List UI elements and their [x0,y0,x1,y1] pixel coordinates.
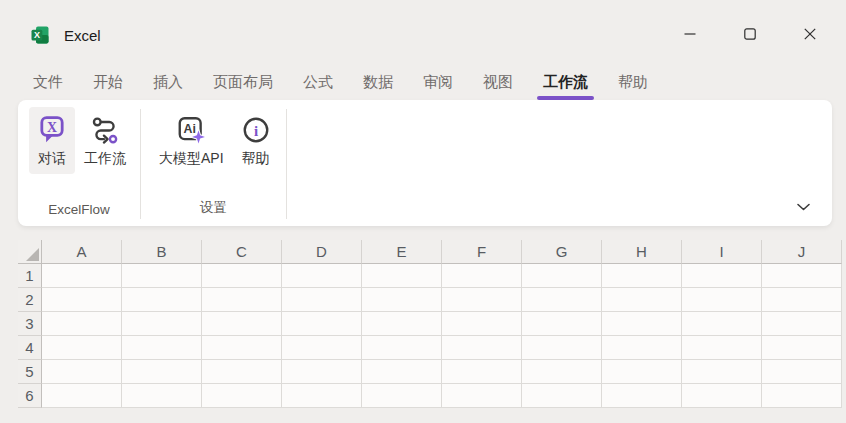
cell-B2[interactable] [122,288,202,312]
cell-C3[interactable] [202,312,282,336]
tab-9[interactable]: 帮助 [603,66,663,100]
cell-H4[interactable] [602,336,682,360]
cell-G4[interactable] [522,336,602,360]
column-header-F[interactable]: F [442,240,522,264]
cell-H1[interactable] [602,264,682,288]
cell-E1[interactable] [362,264,442,288]
cell-A2[interactable] [42,288,122,312]
cell-J5[interactable] [762,360,842,384]
cell-D3[interactable] [282,312,362,336]
cell-B4[interactable] [122,336,202,360]
cell-I2[interactable] [682,288,762,312]
svg-text:X: X [34,30,40,40]
cell-B3[interactable] [122,312,202,336]
cell-A3[interactable] [42,312,122,336]
cell-A1[interactable] [42,264,122,288]
maximize-icon [744,28,756,40]
cell-F5[interactable] [442,360,522,384]
cell-H3[interactable] [602,312,682,336]
cell-C5[interactable] [202,360,282,384]
minimize-button[interactable] [667,18,713,50]
cell-D6[interactable] [282,384,362,408]
column-header-D[interactable]: D [282,240,362,264]
cell-J6[interactable] [762,384,842,408]
column-header-C[interactable]: C [202,240,282,264]
cell-B6[interactable] [122,384,202,408]
tab-3[interactable]: 页面布局 [198,66,288,100]
column-header-E[interactable]: E [362,240,442,264]
ribbon-button-0-1[interactable]: 工作流 [77,107,133,174]
tab-6[interactable]: 审阅 [408,66,468,100]
column-header-G[interactable]: G [522,240,602,264]
select-all-triangle-icon [26,248,39,261]
cell-H5[interactable] [602,360,682,384]
cell-F3[interactable] [442,312,522,336]
column-header-H[interactable]: H [602,240,682,264]
cell-E3[interactable] [362,312,442,336]
cell-D4[interactable] [282,336,362,360]
ribbon-button-1-1[interactable]: i 帮助 [233,107,279,174]
cell-C4[interactable] [202,336,282,360]
cell-G1[interactable] [522,264,602,288]
ribbon-button-0-0[interactable]: X 对话 [29,107,75,174]
cell-I6[interactable] [682,384,762,408]
cell-A4[interactable] [42,336,122,360]
tab-1[interactable]: 开始 [78,66,138,100]
cell-C1[interactable] [202,264,282,288]
cell-H6[interactable] [602,384,682,408]
cell-J3[interactable] [762,312,842,336]
cell-J2[interactable] [762,288,842,312]
ribbon: X 对话 工作流ExcelFlow Ai 大模型API i 帮助设置 [18,100,832,226]
collapse-ribbon-button[interactable] [788,194,818,220]
cell-I5[interactable] [682,360,762,384]
cell-B5[interactable] [122,360,202,384]
cell-B1[interactable] [122,264,202,288]
tab-2[interactable]: 插入 [138,66,198,100]
cell-A5[interactable] [42,360,122,384]
cell-C2[interactable] [202,288,282,312]
row-header-4[interactable]: 4 [18,336,42,360]
cell-E4[interactable] [362,336,442,360]
cell-F4[interactable] [442,336,522,360]
cell-I1[interactable] [682,264,762,288]
cell-J1[interactable] [762,264,842,288]
row-header-1[interactable]: 1 [18,264,42,288]
tab-7[interactable]: 视图 [468,66,528,100]
row-header-6[interactable]: 6 [18,384,42,408]
row-header-2[interactable]: 2 [18,288,42,312]
cell-D5[interactable] [282,360,362,384]
cell-A6[interactable] [42,384,122,408]
cell-E6[interactable] [362,384,442,408]
cell-C6[interactable] [202,384,282,408]
cell-F1[interactable] [442,264,522,288]
cell-G3[interactable] [522,312,602,336]
cell-D2[interactable] [282,288,362,312]
tab-4[interactable]: 公式 [288,66,348,100]
column-header-B[interactable]: B [122,240,202,264]
cell-E2[interactable] [362,288,442,312]
cell-G2[interactable] [522,288,602,312]
tab-0[interactable]: 文件 [18,66,78,100]
tab-5[interactable]: 数据 [348,66,408,100]
cell-H2[interactable] [602,288,682,312]
cell-J4[interactable] [762,336,842,360]
column-header-A[interactable]: A [42,240,122,264]
cell-F6[interactable] [442,384,522,408]
cell-D1[interactable] [282,264,362,288]
select-all-corner[interactable] [18,240,42,264]
ribbon-button-1-0[interactable]: Ai 大模型API [152,107,231,174]
row-header-3[interactable]: 3 [18,312,42,336]
cell-G5[interactable] [522,360,602,384]
close-button[interactable] [787,18,833,50]
cell-E5[interactable] [362,360,442,384]
cell-F2[interactable] [442,288,522,312]
cell-I3[interactable] [682,312,762,336]
tab-workflow[interactable]: 工作流 [528,66,603,100]
cell-I4[interactable] [682,336,762,360]
svg-text:i: i [253,123,257,139]
cell-G6[interactable] [522,384,602,408]
maximize-button[interactable] [727,18,773,50]
row-header-5[interactable]: 5 [18,360,42,384]
column-header-J[interactable]: J [762,240,842,264]
column-header-I[interactable]: I [682,240,762,264]
